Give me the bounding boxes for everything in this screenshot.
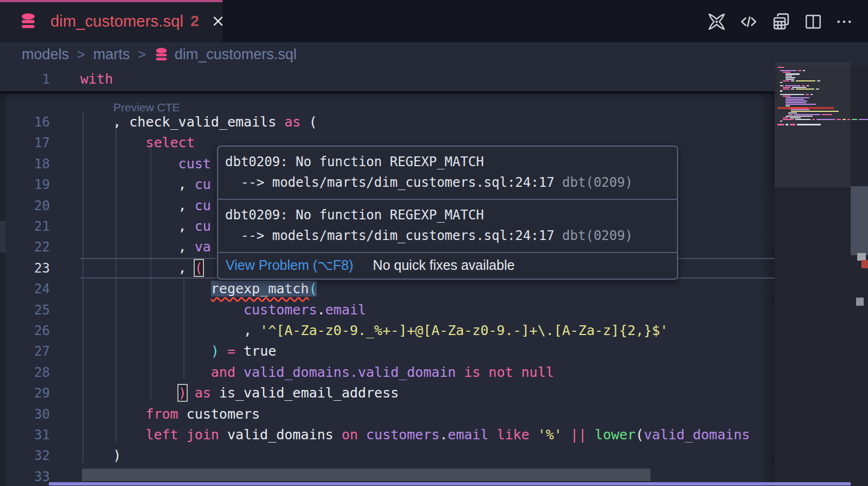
code-token: email xyxy=(448,427,488,443)
minimap-code-line xyxy=(786,102,806,103)
code-line[interactable]: , '^[A-Za-z0-9._%+-]+@[A-Za-z0-9.-]+\.[A… xyxy=(80,320,775,341)
code-line[interactable]: from customers xyxy=(80,404,775,425)
minimap-code-line xyxy=(807,85,809,86)
code-token: valid_domains.valid_domain xyxy=(244,364,456,380)
line-number: 21 xyxy=(0,216,50,237)
breadcrumb-models[interactable]: models xyxy=(22,46,69,63)
code-token: , xyxy=(178,239,195,255)
minimap-code-line xyxy=(791,111,839,112)
minimap-code-line xyxy=(780,94,804,95)
code-token xyxy=(235,364,244,380)
minimap-code-line xyxy=(817,80,820,81)
minimap-code-line xyxy=(786,99,804,100)
view-problem-link[interactable]: View Problem (⌥F8) xyxy=(226,257,353,273)
code-token xyxy=(586,427,595,443)
code-token: '%' xyxy=(538,427,562,443)
minimap-code-line xyxy=(810,94,813,95)
code-token: like xyxy=(497,427,529,443)
minimap-code-line xyxy=(790,117,801,118)
code-line[interactable]: customers.email xyxy=(80,300,775,320)
minimap-code-line xyxy=(852,119,857,120)
minimap-code-line xyxy=(803,70,805,71)
minimap-code-line xyxy=(796,80,815,81)
minimap-code-line xyxy=(786,73,800,74)
editor-actions xyxy=(707,12,853,31)
code-token xyxy=(529,427,538,443)
code-line[interactable]: ) xyxy=(80,445,775,466)
code-line[interactable]: ) = true xyxy=(80,341,775,362)
breadcrumb: models > marts > dim_customers.sql xyxy=(22,42,297,66)
preview-cte-codelens[interactable]: Preview CTE xyxy=(113,101,180,114)
minimap-code-line xyxy=(786,105,790,106)
bottom-accent-bar xyxy=(49,482,851,485)
code-token: . xyxy=(317,302,325,318)
code-line[interactable]: , check_valid_emails as ( xyxy=(80,112,775,132)
vertical-scrollbar-thumb[interactable] xyxy=(851,186,868,255)
minimap-code-line xyxy=(788,112,797,113)
code-token: cu xyxy=(195,218,211,234)
minimap-code-line xyxy=(791,109,809,110)
code-token: ( xyxy=(301,114,317,130)
minimap-code-line xyxy=(859,119,868,120)
code-token: left join xyxy=(145,427,219,443)
horizontal-scrollbar-thumb[interactable] xyxy=(82,469,650,481)
minimap-code-line xyxy=(780,90,782,91)
tooltip-footer: View Problem (⌥F8) No quick fixes availa… xyxy=(218,253,677,279)
code-token: ) xyxy=(211,343,219,359)
code-line[interactable]: and valid_domains.valid_domain is not nu… xyxy=(80,362,775,383)
code-token: , xyxy=(178,176,195,192)
close-tab-icon[interactable] xyxy=(211,14,225,28)
minimap-code-line xyxy=(786,77,795,78)
line-number: 30 xyxy=(0,404,50,425)
database-file-icon xyxy=(154,47,169,62)
more-actions-icon[interactable] xyxy=(835,13,853,30)
code-token: . xyxy=(439,427,448,443)
sticky-line-number: 1 xyxy=(0,69,50,90)
line-number: 32 xyxy=(0,445,50,466)
tab-title: dim_customers.sql xyxy=(50,12,183,30)
minimap-code-line xyxy=(786,75,792,77)
breadcrumb-file[interactable]: dim_customers.sql xyxy=(175,46,297,63)
problem-message: dbt0209: No function REGEXP_MATCH --> mo… xyxy=(218,200,677,253)
minimap-code-line xyxy=(786,104,816,105)
database-file-icon xyxy=(20,12,37,30)
code-token: , xyxy=(178,218,195,234)
code-token: as xyxy=(195,385,211,401)
minimap-code-line xyxy=(788,114,793,115)
code-line[interactable]: ) as is_valid_email_address xyxy=(80,383,775,403)
code-token: with xyxy=(80,71,113,87)
code-token: cu xyxy=(195,176,211,192)
code-token xyxy=(219,343,227,359)
code-token: , xyxy=(244,323,260,338)
code-preview-icon[interactable] xyxy=(739,12,758,31)
dbt-logo-icon[interactable] xyxy=(707,12,726,31)
code-token: customers xyxy=(178,406,260,422)
code-token: ( xyxy=(636,427,644,443)
tab-dim-customers[interactable]: dim_customers.sql 2 xyxy=(0,0,222,42)
chevron-right-icon: > xyxy=(138,47,146,62)
minimap-code-line xyxy=(798,70,801,71)
breadcrumb-marts[interactable]: marts xyxy=(93,46,130,63)
code-token xyxy=(456,364,464,380)
minimap-code-line xyxy=(802,85,805,86)
code-token: '^[A-Za-z0-9._%+-]+@[A-Za-z0-9.-]+\.[A-Z… xyxy=(260,323,668,338)
minimap-code-line xyxy=(777,67,784,68)
minimap-code-line xyxy=(786,79,794,80)
code-token: is not null xyxy=(464,364,554,380)
chevron-right-icon: > xyxy=(77,47,85,62)
problem-message: dbt0209: No function REGEXP_MATCH --> mo… xyxy=(218,147,677,200)
code-token xyxy=(187,385,195,401)
split-editor-icon[interactable] xyxy=(804,12,822,31)
minimap-code-line xyxy=(786,97,809,98)
code-line[interactable]: left join valid_domains on customers.ema… xyxy=(80,425,775,445)
compiled-query-icon[interactable] xyxy=(771,12,791,31)
sticky-scroll-row[interactable]: 1 with xyxy=(0,65,775,93)
code-line[interactable]: regexp_match( xyxy=(80,279,775,299)
minimap-code-line xyxy=(780,82,782,83)
vscode-editor-window: dim_customers.sql 2 xyxy=(0,0,868,486)
minimap-code-line xyxy=(806,94,809,95)
code-token: || xyxy=(570,427,586,443)
minimap-code-line xyxy=(792,87,806,88)
line-number: 27 xyxy=(0,341,50,362)
line-number: 24 xyxy=(0,279,50,299)
